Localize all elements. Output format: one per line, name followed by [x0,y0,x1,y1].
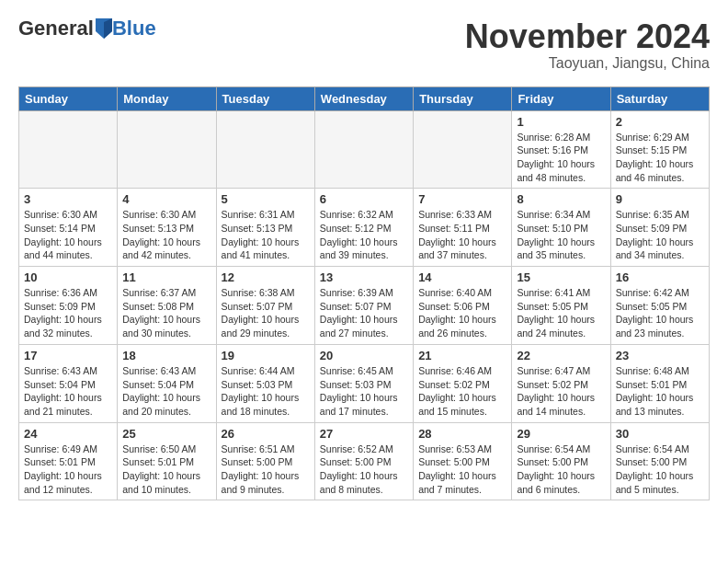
month-title: November 2024 [465,18,710,55]
day-number: 26 [222,427,310,441]
calendar-cell [314,110,413,189]
calendar-cell: 25Sunrise: 6:50 AM Sunset: 5:01 PM Dayli… [118,422,216,500]
day-info: Sunrise: 6:39 AM Sunset: 5:07 PM Dayligh… [320,286,408,340]
week-row: 1Sunrise: 6:28 AM Sunset: 5:16 PM Daylig… [19,110,710,189]
calendar-table: SundayMondayTuesdayWednesdayThursdayFrid… [18,86,710,501]
calendar-cell: 22Sunrise: 6:47 AM Sunset: 5:02 PM Dayli… [512,344,610,422]
day-info: Sunrise: 6:44 AM Sunset: 5:03 PM Dayligh… [222,364,310,419]
day-info: Sunrise: 6:48 AM Sunset: 5:01 PM Dayligh… [616,364,704,419]
calendar-header-row: SundayMondayTuesdayWednesdayThursdayFrid… [19,86,710,110]
day-number: 6 [320,192,408,206]
calendar-cell: 21Sunrise: 6:46 AM Sunset: 5:02 PM Dayli… [414,344,512,422]
day-number: 23 [616,349,704,362]
day-number: 17 [24,349,112,362]
day-info: Sunrise: 6:36 AM Sunset: 5:09 PM Dayligh… [24,286,112,340]
week-row: 24Sunrise: 6:49 AM Sunset: 5:01 PM Dayli… [19,422,710,500]
calendar-cell: 8Sunrise: 6:34 AM Sunset: 5:10 PM Daylig… [512,189,610,267]
day-number: 14 [418,270,506,284]
day-info: Sunrise: 6:37 AM Sunset: 5:08 PM Dayligh… [122,286,210,340]
day-info: Sunrise: 6:49 AM Sunset: 5:01 PM Dayligh… [24,442,112,497]
calendar-cell: 13Sunrise: 6:39 AM Sunset: 5:07 PM Dayli… [314,267,413,345]
day-of-week-header: Monday [118,86,216,110]
calendar-cell: 30Sunrise: 6:54 AM Sunset: 5:00 PM Dayli… [610,422,709,500]
day-info: Sunrise: 6:54 AM Sunset: 5:00 PM Dayligh… [517,442,605,497]
day-of-week-header: Wednesday [314,86,413,110]
day-number: 20 [320,349,408,362]
day-number: 24 [24,427,112,441]
day-info: Sunrise: 6:30 AM Sunset: 5:13 PM Dayligh… [122,208,210,262]
day-info: Sunrise: 6:28 AM Sunset: 5:16 PM Dayligh… [517,131,605,185]
day-info: Sunrise: 6:42 AM Sunset: 5:05 PM Dayligh… [616,286,704,340]
calendar-cell: 5Sunrise: 6:31 AM Sunset: 5:13 PM Daylig… [216,189,314,267]
day-number: 10 [24,270,112,284]
calendar-cell [19,110,118,189]
day-info: Sunrise: 6:34 AM Sunset: 5:10 PM Dayligh… [517,208,605,262]
day-number: 2 [616,115,704,129]
day-number: 8 [517,192,605,206]
day-number: 30 [616,427,704,441]
calendar-cell: 17Sunrise: 6:43 AM Sunset: 5:04 PM Dayli… [19,344,118,422]
day-of-week-header: Tuesday [216,86,314,110]
day-number: 19 [222,349,310,362]
week-row: 3Sunrise: 6:30 AM Sunset: 5:14 PM Daylig… [19,189,710,267]
page-header: General Blue November 2024 Taoyuan, Jian… [18,18,710,72]
calendar-cell: 7Sunrise: 6:33 AM Sunset: 5:11 PM Daylig… [414,189,512,267]
calendar-cell: 10Sunrise: 6:36 AM Sunset: 5:09 PM Dayli… [19,267,118,345]
day-info: Sunrise: 6:47 AM Sunset: 5:02 PM Dayligh… [517,364,605,419]
day-number: 16 [616,270,704,284]
day-info: Sunrise: 6:50 AM Sunset: 5:01 PM Dayligh… [122,442,210,497]
calendar-cell: 1Sunrise: 6:28 AM Sunset: 5:16 PM Daylig… [512,110,610,189]
calendar-cell: 18Sunrise: 6:43 AM Sunset: 5:04 PM Dayli… [118,344,216,422]
day-info: Sunrise: 6:41 AM Sunset: 5:05 PM Dayligh… [517,286,605,340]
calendar-cell: 16Sunrise: 6:42 AM Sunset: 5:05 PM Dayli… [610,267,709,345]
day-info: Sunrise: 6:32 AM Sunset: 5:12 PM Dayligh… [320,208,408,262]
calendar-cell: 20Sunrise: 6:45 AM Sunset: 5:03 PM Dayli… [314,344,413,422]
title-block: November 2024 Taoyuan, Jiangsu, China [465,18,710,72]
day-info: Sunrise: 6:51 AM Sunset: 5:00 PM Dayligh… [222,442,310,497]
calendar-cell: 3Sunrise: 6:30 AM Sunset: 5:14 PM Daylig… [19,189,118,267]
day-number: 12 [222,270,310,284]
day-info: Sunrise: 6:54 AM Sunset: 5:00 PM Dayligh… [616,442,704,497]
day-number: 13 [320,270,408,284]
calendar-cell: 24Sunrise: 6:49 AM Sunset: 5:01 PM Dayli… [19,422,118,500]
day-info: Sunrise: 6:53 AM Sunset: 5:00 PM Dayligh… [418,442,506,497]
logo-icon [96,18,112,39]
day-number: 7 [418,192,506,206]
day-info: Sunrise: 6:43 AM Sunset: 5:04 PM Dayligh… [24,364,112,419]
calendar-cell: 27Sunrise: 6:52 AM Sunset: 5:00 PM Dayli… [314,422,413,500]
logo-blue-text: Blue [112,18,156,39]
day-of-week-header: Sunday [19,86,118,110]
day-number: 11 [122,270,210,284]
day-info: Sunrise: 6:46 AM Sunset: 5:02 PM Dayligh… [418,364,506,419]
calendar-cell [216,110,314,189]
day-of-week-header: Thursday [414,86,512,110]
day-info: Sunrise: 6:29 AM Sunset: 5:15 PM Dayligh… [616,131,704,185]
day-info: Sunrise: 6:45 AM Sunset: 5:03 PM Dayligh… [320,364,408,419]
logo: General Blue [18,18,156,39]
day-number: 15 [517,270,605,284]
day-number: 18 [122,349,210,362]
calendar-cell: 26Sunrise: 6:51 AM Sunset: 5:00 PM Dayli… [216,422,314,500]
calendar-cell: 9Sunrise: 6:35 AM Sunset: 5:09 PM Daylig… [610,189,709,267]
day-info: Sunrise: 6:30 AM Sunset: 5:14 PM Dayligh… [24,208,112,262]
calendar-cell: 2Sunrise: 6:29 AM Sunset: 5:15 PM Daylig… [610,110,709,189]
day-number: 3 [24,192,112,206]
calendar-cell: 15Sunrise: 6:41 AM Sunset: 5:05 PM Dayli… [512,267,610,345]
day-number: 22 [517,349,605,362]
calendar-cell: 29Sunrise: 6:54 AM Sunset: 5:00 PM Dayli… [512,422,610,500]
day-number: 9 [616,192,704,206]
day-of-week-header: Friday [512,86,610,110]
calendar-cell: 23Sunrise: 6:48 AM Sunset: 5:01 PM Dayli… [610,344,709,422]
calendar-cell: 6Sunrise: 6:32 AM Sunset: 5:12 PM Daylig… [314,189,413,267]
day-info: Sunrise: 6:35 AM Sunset: 5:09 PM Dayligh… [616,208,704,262]
day-info: Sunrise: 6:52 AM Sunset: 5:00 PM Dayligh… [320,442,408,497]
calendar-cell: 4Sunrise: 6:30 AM Sunset: 5:13 PM Daylig… [118,189,216,267]
calendar-cell: 11Sunrise: 6:37 AM Sunset: 5:08 PM Dayli… [118,267,216,345]
day-info: Sunrise: 6:38 AM Sunset: 5:07 PM Dayligh… [222,286,310,340]
day-info: Sunrise: 6:43 AM Sunset: 5:04 PM Dayligh… [122,364,210,419]
day-number: 27 [320,427,408,441]
calendar-cell [118,110,216,189]
logo-general-text: General [18,18,94,39]
day-info: Sunrise: 6:33 AM Sunset: 5:11 PM Dayligh… [418,208,506,262]
week-row: 17Sunrise: 6:43 AM Sunset: 5:04 PM Dayli… [19,344,710,422]
